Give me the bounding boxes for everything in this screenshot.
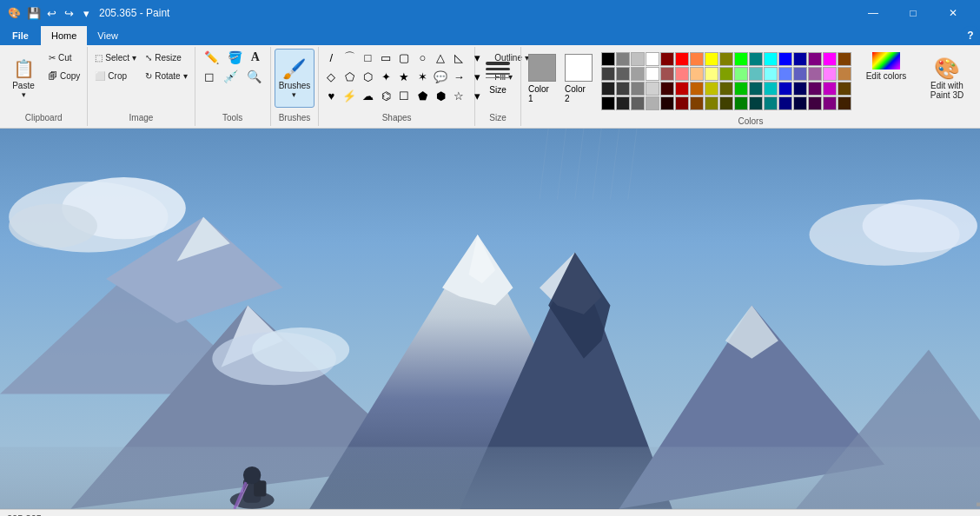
swatch-r4-15[interactable] xyxy=(808,96,822,110)
resize-button[interactable]: ⤡ Resize xyxy=(142,49,190,66)
redo-qat-button[interactable]: ↪ xyxy=(61,5,76,21)
shape-6[interactable]: ⬢ xyxy=(432,87,449,104)
swatch-r3-3[interactable] xyxy=(631,82,645,96)
swatch-yellow[interactable] xyxy=(705,52,718,66)
brushes-button[interactable]: 🖌️ Brushes ▾ xyxy=(275,49,315,108)
swatch-r4-12[interactable] xyxy=(764,96,778,110)
swatch-r2-8[interactable] xyxy=(705,67,718,81)
shape-arrow[interactable]: → xyxy=(450,68,467,85)
shape-heart[interactable]: ♥ xyxy=(322,87,340,104)
swatch-r4-2[interactable] xyxy=(616,96,630,110)
swatch-r3-15[interactable] xyxy=(808,82,822,96)
shape-round-rect[interactable]: ▢ xyxy=(395,49,413,66)
shape-cloud[interactable]: ☁ xyxy=(359,87,376,104)
eraser-button[interactable]: ◻ xyxy=(201,68,218,85)
undo-qat-button[interactable]: ↩ xyxy=(43,5,59,21)
swatch-r4-17[interactable] xyxy=(838,96,851,110)
swatch-r3-9[interactable] xyxy=(719,82,733,96)
tab-home[interactable]: Home xyxy=(41,26,87,45)
swatch-r2-7[interactable] xyxy=(690,67,704,81)
shape-star6[interactable]: ✶ xyxy=(414,68,431,85)
swatch-white[interactable] xyxy=(646,52,659,66)
shape-curve[interactable]: ⌒ xyxy=(341,49,358,66)
swatch-r2-9[interactable] xyxy=(719,67,733,81)
swatch-r2-5[interactable] xyxy=(660,67,674,81)
swatch-r3-4[interactable] xyxy=(646,82,659,96)
swatch-r2-2[interactable] xyxy=(616,67,630,81)
text-button[interactable]: A xyxy=(248,49,263,66)
shape-pent[interactable]: ⬠ xyxy=(341,68,358,85)
painting-canvas[interactable] xyxy=(0,129,980,509)
swatch-r3-14[interactable] xyxy=(793,82,807,96)
swatch-lgray[interactable] xyxy=(631,52,645,66)
shape-7[interactable]: ☆ xyxy=(450,87,467,104)
size-button[interactable]: Size xyxy=(479,49,517,108)
picker-button[interactable]: 💉 xyxy=(220,68,242,85)
shape-hex[interactable]: ⬡ xyxy=(359,68,376,85)
swatch-dgray[interactable] xyxy=(616,52,630,66)
edit-paint3d-button[interactable]: 🎨 Edit with Paint 3D xyxy=(917,49,977,108)
swatch-r4-1[interactable] xyxy=(601,96,615,110)
edit-colors-button[interactable]: Edit colors xyxy=(860,49,912,84)
fill-tool-button[interactable]: 🪣 xyxy=(224,49,246,66)
swatch-r4-9[interactable] xyxy=(719,96,733,110)
color1-button[interactable]: Color 1 xyxy=(525,49,560,108)
swatch-r3-13[interactable] xyxy=(778,82,792,96)
paste-button[interactable]: 📋 Paste ▾ xyxy=(3,49,43,108)
swatch-cyan[interactable] xyxy=(764,52,778,66)
shape-lightning[interactable]: ⚡ xyxy=(341,87,358,104)
swatch-r2-14[interactable] xyxy=(793,67,807,81)
swatch-r2-6[interactable] xyxy=(675,67,689,81)
save-qat-button[interactable]: 💾 xyxy=(26,5,42,21)
swatch-maroon[interactable] xyxy=(660,52,674,66)
swatch-r4-10[interactable] xyxy=(734,96,748,110)
swatch-teal[interactable] xyxy=(749,52,763,66)
swatch-r3-17[interactable] xyxy=(838,82,851,96)
shape-star4[interactable]: ✦ xyxy=(377,68,394,85)
shape-diamond[interactable]: ◇ xyxy=(322,68,340,85)
swatch-r2-11[interactable] xyxy=(749,67,763,81)
pencil-button[interactable]: ✏️ xyxy=(201,49,222,66)
shape-callout[interactable]: 💬 xyxy=(432,68,449,85)
swatch-olive[interactable] xyxy=(719,52,733,66)
swatch-r4-4[interactable] xyxy=(646,96,659,110)
swatch-r3-5[interactable] xyxy=(660,82,674,96)
swatch-r3-10[interactable] xyxy=(734,82,748,96)
shape-star5[interactable]: ★ xyxy=(395,68,413,85)
magnify-button[interactable]: 🔍 xyxy=(243,68,265,85)
swatch-r4-11[interactable] xyxy=(749,96,763,110)
swatch-r3-1[interactable] xyxy=(601,82,615,96)
swatch-brown[interactable] xyxy=(838,52,851,66)
swatch-r2-3[interactable] xyxy=(631,67,645,81)
swatch-r3-16[interactable] xyxy=(823,82,837,96)
swatch-lime[interactable] xyxy=(734,52,748,66)
swatch-r3-12[interactable] xyxy=(764,82,778,96)
swatch-r2-16[interactable] xyxy=(823,67,837,81)
cut-button[interactable]: ✂ Cut xyxy=(45,49,83,66)
swatch-r4-8[interactable] xyxy=(705,96,718,110)
swatch-r2-10[interactable] xyxy=(734,67,748,81)
color2-button[interactable]: Color 2 xyxy=(561,49,596,108)
swatch-r4-14[interactable] xyxy=(793,96,807,110)
copy-button[interactable]: 🗐 Copy xyxy=(45,67,83,84)
swatch-navy[interactable] xyxy=(793,52,807,66)
minimize-button[interactable]: — xyxy=(853,0,893,26)
swatch-r2-12[interactable] xyxy=(764,67,778,81)
crop-button[interactable]: ⬜ Crop xyxy=(91,67,140,84)
swatch-r3-8[interactable] xyxy=(705,82,718,96)
rotate-button[interactable]: ↻ Rotate ▾ xyxy=(142,67,190,84)
swatch-orange[interactable] xyxy=(690,52,704,66)
tab-view[interactable]: View xyxy=(87,26,129,45)
swatch-red[interactable] xyxy=(675,52,689,66)
customize-qat-button[interactable]: ▾ xyxy=(78,5,94,21)
swatch-r2-1[interactable] xyxy=(601,67,615,81)
swatch-blue[interactable] xyxy=(778,52,792,66)
swatch-r2-17[interactable] xyxy=(838,67,851,81)
swatch-r4-3[interactable] xyxy=(631,96,645,110)
swatch-r3-7[interactable] xyxy=(690,82,704,96)
shape-rect2[interactable]: ▭ xyxy=(377,49,394,66)
swatch-r4-7[interactable] xyxy=(690,96,704,110)
swatch-r3-11[interactable] xyxy=(749,82,763,96)
swatch-r3-2[interactable] xyxy=(616,82,630,96)
swatch-r4-5[interactable] xyxy=(660,96,674,110)
